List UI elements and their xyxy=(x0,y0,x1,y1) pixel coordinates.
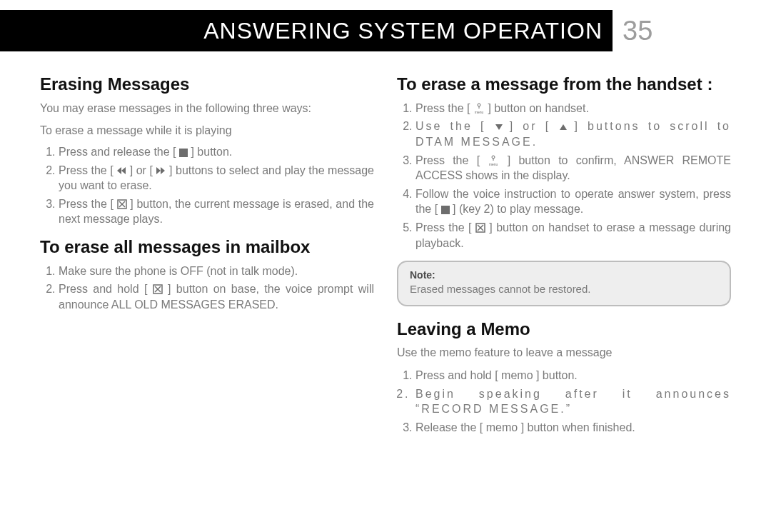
text: Press the [ xyxy=(415,154,488,166)
svg-point-10 xyxy=(492,156,495,159)
step: Press the [ menu ] button to confirm, AN… xyxy=(415,153,731,184)
delete-icon xyxy=(475,223,485,233)
menu-icon: menu xyxy=(473,103,485,114)
erasing-intro: You may erase messages in the following … xyxy=(40,101,374,116)
down-arrow-icon xyxy=(494,121,504,131)
erase-handset-steps: Press the [ menu ] button on handset. Us… xyxy=(397,101,731,251)
text: ] or [ xyxy=(130,164,156,176)
text: ] (key 2) to play message. xyxy=(453,203,583,215)
step: Use the [ ] or [ ] buttons to scroll to … xyxy=(415,119,731,149)
note-title: Note: xyxy=(410,269,718,281)
section-title-memo: Leaving a Memo xyxy=(397,319,731,340)
step: Press and hold [ ] button on base, the v… xyxy=(59,281,374,312)
text: Press the [ xyxy=(415,102,473,114)
memo-steps: Press and hold [ memo ] button. Begin sp… xyxy=(397,368,731,435)
manual-page: ANSWERING SYSTEM OPERATION 35 Erasing Me… xyxy=(0,0,771,532)
section-title-erase-all: To erase all messages in mailbox xyxy=(40,237,374,258)
step: Press the [ ] button on handset to erase… xyxy=(415,220,731,251)
right-column: To erase a message from the handset : Pr… xyxy=(397,66,731,518)
step: Press the [ ] button, the current messag… xyxy=(59,196,374,227)
section-title-erasing: Erasing Messages xyxy=(40,74,374,95)
svg-rect-0 xyxy=(179,149,188,157)
text: ] or [ xyxy=(510,120,559,132)
header-bar: ANSWERING SYSTEM OPERATION xyxy=(0,10,613,51)
menu-icon: menu xyxy=(488,155,499,166)
rewind-icon xyxy=(116,166,126,176)
svg-text:menu: menu xyxy=(475,110,484,114)
text: ] button. xyxy=(191,146,232,158)
content-columns: Erasing Messages You may erase messages … xyxy=(40,66,731,518)
step: Press the [ menu ] button on handset. xyxy=(415,101,731,116)
text: Press the [ xyxy=(59,164,116,176)
left-column: Erasing Messages You may erase messages … xyxy=(40,66,374,518)
text: Use the [ xyxy=(415,120,494,132)
step: Make sure the phone is OFF (not in talk … xyxy=(59,264,374,279)
text: ] button on handset. xyxy=(488,102,588,114)
erase-all-steps: Make sure the phone is OFF (not in talk … xyxy=(40,264,374,313)
header-title: ANSWERING SYSTEM OPERATION xyxy=(203,18,603,44)
step: Begin speaking after it announces “RECOR… xyxy=(415,386,731,417)
section-title-erase-handset: To erase a message from the handset : xyxy=(397,74,731,95)
note-box: Note: Erased messages cannot be restored… xyxy=(397,261,731,306)
stop-icon xyxy=(441,206,450,214)
step: Press the [ ] or [ ] buttons to select a… xyxy=(59,163,374,194)
text: Press and hold [ xyxy=(59,283,153,295)
erase-while-playing-steps: Press and release the [ ] button. Press … xyxy=(40,144,374,227)
text: Press the [ xyxy=(415,221,475,234)
forward-icon xyxy=(156,166,166,176)
svg-point-7 xyxy=(478,104,480,106)
svg-rect-13 xyxy=(441,206,450,214)
note-text: Erased messages cannot be restored. xyxy=(410,282,718,296)
step: Release the [ memo ] button when finishe… xyxy=(415,420,731,436)
page-number: 35 xyxy=(613,10,652,51)
up-arrow-icon xyxy=(558,121,568,131)
erase-while-playing-subhead: To erase a message while it is playing xyxy=(40,123,374,139)
step: Press and hold [ memo ] button. xyxy=(415,368,731,383)
text: Press and release the [ xyxy=(59,146,179,158)
delete-icon xyxy=(153,284,163,294)
svg-text:menu: menu xyxy=(489,162,498,166)
text: Press the [ xyxy=(59,198,117,210)
memo-intro: Use the memo feature to leave a message xyxy=(397,345,731,361)
step: Follow the voice instruction to operate … xyxy=(415,186,731,217)
step: Press and release the [ ] button. xyxy=(59,144,374,160)
delete-icon xyxy=(117,199,127,209)
stop-icon xyxy=(179,149,188,157)
